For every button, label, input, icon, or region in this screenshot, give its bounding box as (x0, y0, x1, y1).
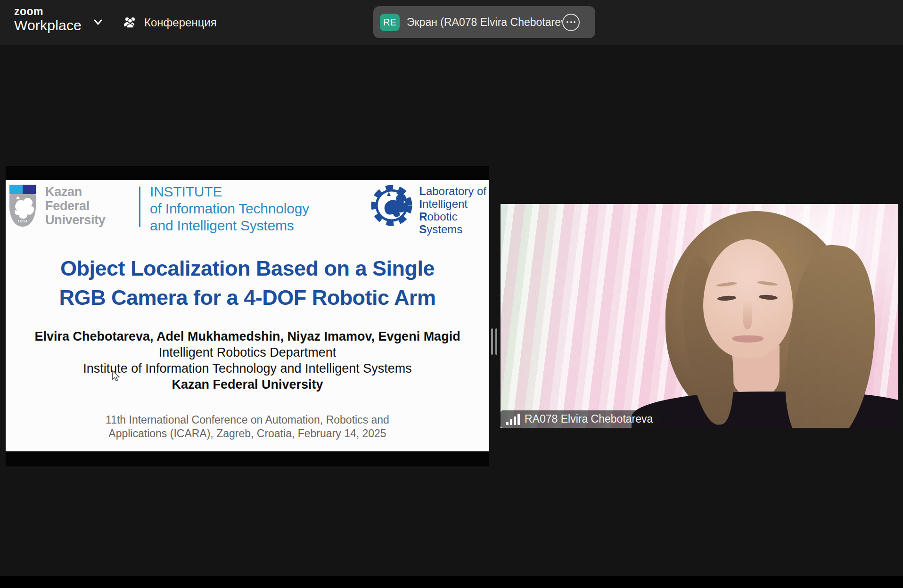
ellipsis-icon (566, 21, 568, 23)
participant-initials-badge: RE (380, 14, 400, 31)
chevron-down-icon (92, 16, 104, 28)
slide-title: Object Localization Based on a Single RG… (6, 254, 489, 312)
workspace-dropdown-button[interactable] (91, 16, 105, 29)
signal-strength-icon (506, 414, 520, 425)
kfu-logo: 1804 Kazan Federal University (9, 185, 106, 227)
slide-institute: Institute of Information Technology and … (6, 360, 489, 376)
shared-screen-view[interactable]: 1804 Kazan Federal University INSTITUTE … (6, 166, 489, 466)
conference-info: 11th International Conference on Automat… (6, 413, 489, 441)
logo-divider (139, 187, 140, 227)
mouse-cursor (112, 370, 121, 382)
slide-authors-block: Elvira Chebotareva, Adel Mukhamedshin, N… (6, 328, 489, 392)
conference-nav-item[interactable]: Конференция (123, 12, 217, 33)
bottom-black-strip (0, 576, 903, 588)
presentation-slide: 1804 Kazan Federal University INSTITUTE … (6, 180, 489, 451)
slide-authors: Elvira Chebotareva, Adel Mukhamedshin, N… (6, 328, 489, 344)
lirs-name: Laboratory of Intelligent Robotic System… (419, 185, 486, 236)
panel-resize-handle[interactable] (491, 328, 497, 355)
participants-icon (123, 15, 138, 30)
zoom-wordmark: zoom (14, 6, 82, 17)
kfu-name: Kazan Federal University (45, 185, 106, 227)
zoom-workplace-logo: zoom Workplace (14, 6, 82, 33)
institute-wordmark: INSTITUTE of Information Technology and … (150, 183, 309, 234)
tab-more-button[interactable] (562, 14, 580, 31)
workplace-wordmark: Workplace (14, 18, 82, 33)
slide-university: Kazan Federal University (6, 376, 489, 392)
participant-name: RA078 Elvira Chebotareva (525, 413, 653, 425)
lirs-logo: Laboratory of Intelligent Robotic System… (370, 182, 486, 236)
conference-label: Конференция (144, 16, 217, 29)
participant-video-tile[interactable]: RA078 Elvira Chebotareva (501, 204, 898, 428)
lirs-gear-icon (370, 182, 413, 229)
kfu-emblem-icon: 1804 (9, 185, 36, 227)
slide-header-row: 1804 Kazan Federal University INSTITUTE … (6, 180, 489, 239)
share-tab-label: Экран (RA078 Elvira Chebotarev (407, 16, 562, 29)
zoom-header: zoom Workplace Конференция RE Экран (RA0… (0, 0, 903, 45)
kfu-shield-icon: 1804 (9, 194, 36, 227)
screen-share-tab[interactable]: RE Экран (RA078 Elvira Chebotarev (373, 6, 595, 38)
kfu-year: 1804 (9, 219, 36, 223)
participant-name-tag: RA078 Elvira Chebotareva (501, 410, 660, 428)
slide-department: Intelligent Robotics Department (6, 344, 489, 360)
